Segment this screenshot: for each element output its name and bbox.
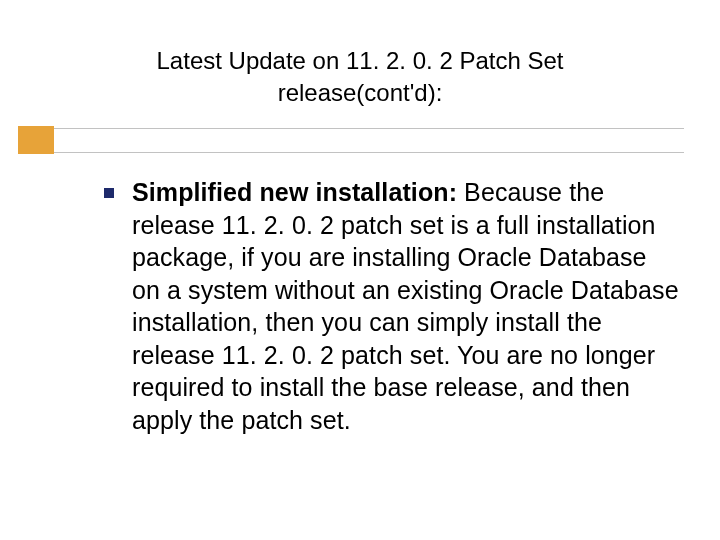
title-block: Latest Update on 11. 2. 0. 2 Patch Set r… bbox=[0, 45, 720, 110]
square-bullet-icon bbox=[104, 188, 114, 198]
body-content: Simplified new installation: Because the… bbox=[104, 176, 680, 436]
divider-top bbox=[54, 128, 684, 129]
list-item: Simplified new installation: Because the… bbox=[104, 176, 680, 436]
slide-title: Latest Update on 11. 2. 0. 2 Patch Set r… bbox=[37, 45, 684, 110]
title-line-2: release(cont'd): bbox=[278, 79, 443, 106]
divider-bottom bbox=[54, 152, 684, 153]
bullet-rest: Because the release 11. 2. 0. 2 patch se… bbox=[132, 178, 679, 434]
bullet-text: Simplified new installation: Because the… bbox=[132, 176, 680, 436]
slide: Latest Update on 11. 2. 0. 2 Patch Set r… bbox=[0, 0, 720, 540]
title-line-1: Latest Update on 11. 2. 0. 2 Patch Set bbox=[157, 47, 564, 74]
bullet-bold: Simplified new installation: bbox=[132, 178, 464, 206]
accent-bar bbox=[18, 126, 54, 154]
